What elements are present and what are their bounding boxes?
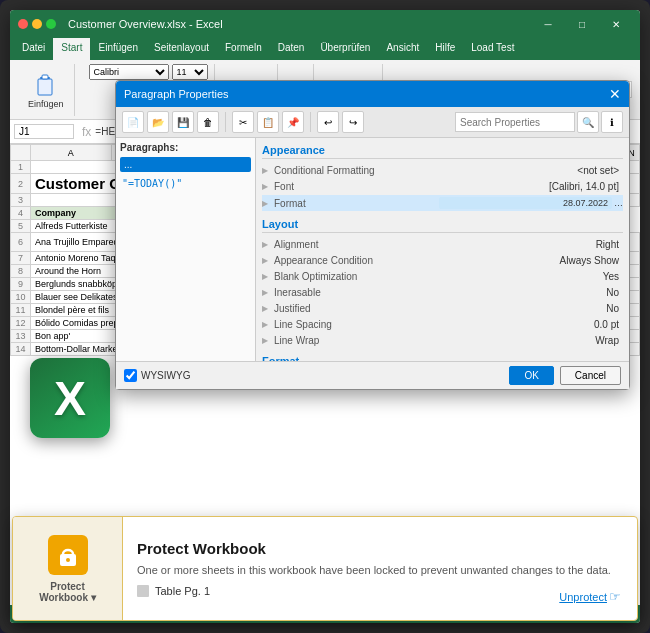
inerasable-label: Inerasable [270, 287, 447, 298]
footer-buttons: OK Cancel [509, 366, 621, 385]
row-1-num: 1 [11, 161, 31, 174]
props-line-wrap-row: ▶ Line Wrap Wrap [262, 333, 623, 349]
tab-ueberprufen[interactable]: Überprüfen [312, 38, 378, 60]
tab-start[interactable]: Start [53, 38, 90, 60]
titlebar-left: Customer Overview.xlsx - Excel [18, 18, 223, 30]
toolbar-new-btn[interactable]: 📄 [122, 111, 144, 133]
protect-content: Protect Workbook One or more sheets in t… [123, 517, 637, 620]
format-edit-btn[interactable]: … [614, 198, 623, 208]
tab-ansicht[interactable]: Ansicht [378, 38, 427, 60]
toolbar-copy-btn[interactable]: 📋 [257, 111, 279, 133]
protect-icon-label: ProtectWorkbook ▾ [39, 581, 95, 603]
toolbar-paste-btn[interactable]: 📌 [282, 111, 304, 133]
paragraph-dialog: Paragraph Properties ✕ 📄 📂 💾 🗑 ✂ 📋 📌 ↩ ↪… [115, 80, 630, 390]
dialog-footer: WYSIWYG OK Cancel [116, 361, 629, 389]
protect-table-ref: Table Pg. 1 [137, 585, 623, 597]
props-appearance-cond-row: ▶ Appearance Condition Always Show [262, 253, 623, 269]
conditional-label: Conditional Formatting [270, 165, 447, 176]
close-button[interactable]: ✕ [600, 13, 632, 35]
toolbar-undo-btn[interactable]: ↩ [317, 111, 339, 133]
svg-point-6 [66, 558, 70, 562]
dialog-title-left: Paragraph Properties [124, 88, 229, 100]
protect-title: Protect Workbook [137, 540, 623, 557]
col-a-header[interactable]: A [31, 145, 112, 161]
appearance-section-title: Appearance [262, 144, 623, 159]
props-font-row: ▶ Font [Calibri, 14.0 pt] [262, 179, 623, 195]
line-spacing-label: Line Spacing [270, 319, 447, 330]
excel-icon-badge: X [30, 358, 110, 438]
inerasable-value: No [447, 287, 624, 298]
ribbon-tabs: Datei Start Einfügen Seitenlayout Formel… [10, 38, 640, 60]
font-size-select[interactable]: 11 [172, 64, 208, 80]
tab-seitenlayout[interactable]: Seitenlayout [146, 38, 217, 60]
toolbar-redo-btn[interactable]: ↪ [342, 111, 364, 133]
close-dot[interactable] [18, 19, 28, 29]
window-title: Customer Overview.xlsx - Excel [68, 18, 223, 30]
minimize-button[interactable]: ─ [532, 13, 564, 35]
ok-button[interactable]: OK [509, 366, 553, 385]
cancel-button[interactable]: Cancel [560, 366, 621, 385]
props-alignment-row: ▶ Alignment Right [262, 237, 623, 253]
dialog-right-panel: Appearance ▶ Conditional Formatting <not… [256, 138, 629, 376]
blank-opt-label: Blank Optimization [270, 271, 447, 282]
maximize-dot[interactable] [46, 19, 56, 29]
dialog-close-button[interactable]: ✕ [609, 86, 621, 102]
toolbar-open-btn[interactable]: 📂 [147, 111, 169, 133]
props-justified-row: ▶ Justified No [262, 301, 623, 317]
table-icon [137, 585, 149, 597]
props-inerasable-row: ▶ Inerasable No [262, 285, 623, 301]
ribbon-group-clipboard: Einfügen [18, 64, 75, 116]
font-value: [Calibri, 14.0 pt] [447, 181, 624, 192]
wysiwyg-checkbox[interactable] [124, 369, 137, 382]
titlebar-controls: ─ □ ✕ [532, 13, 632, 35]
toolbar-cut-btn[interactable]: ✂ [232, 111, 254, 133]
search-props-input[interactable] [455, 112, 575, 132]
svg-rect-1 [38, 79, 52, 95]
font-label: Font [270, 181, 447, 192]
lock-svg [54, 541, 82, 569]
blank-opt-value: Yes [447, 271, 624, 282]
paste-button[interactable]: Einfügen [24, 69, 68, 111]
toolbar-delete-btn[interactable]: 🗑 [197, 111, 219, 133]
dialog-title: Paragraph Properties [124, 88, 229, 100]
paste-label: Einfügen [28, 99, 64, 109]
wysiwyg-area: WYSIWYG [124, 369, 190, 382]
layout-section-title: Layout [262, 218, 623, 233]
cursor-hand-icon: ☞ [609, 589, 621, 604]
formula-divider: fx [82, 125, 91, 139]
appearance-cond-label: Appearance Condition [270, 255, 447, 266]
tab-datei[interactable]: Datei [14, 38, 53, 60]
info-btn[interactable]: ℹ [601, 111, 623, 133]
dialog-titlebar: Paragraph Properties ✕ [116, 81, 629, 107]
protect-icon-area: ProtectWorkbook ▾ [13, 517, 123, 620]
search-btn[interactable]: 🔍 [577, 111, 599, 133]
excel-x-letter: X [54, 371, 86, 426]
table-ref-text: Table Pg. 1 [155, 585, 210, 597]
props-line-spacing-row: ▶ Line Spacing 0.0 pt [262, 317, 623, 333]
format-label: Format [270, 198, 439, 209]
justified-value: No [447, 303, 624, 314]
props-format-row[interactable]: ▶ Format 28.07.2022 … [262, 195, 623, 212]
line-spacing-value: 0.0 pt [447, 319, 624, 330]
minimize-dot[interactable] [32, 19, 42, 29]
formula-preview: "=TODAY()" [120, 176, 251, 191]
format-value: 28.07.2022 [439, 197, 612, 209]
unprotect-link[interactable]: Unprotect☞ [559, 589, 621, 604]
name-box[interactable] [14, 124, 74, 139]
excel-titlebar: Customer Overview.xlsx - Excel ─ □ ✕ [10, 10, 640, 38]
main-container: Customer Overview.xlsx - Excel ─ □ ✕ Dat… [0, 0, 650, 633]
font-family-select[interactable]: Calibri [89, 64, 169, 80]
toolbar-save-btn[interactable]: 💾 [172, 111, 194, 133]
row-triangle-3: ▶ [262, 199, 268, 208]
search-props: 🔍 ℹ [455, 111, 623, 133]
tab-loadtest[interactable]: Load Test [463, 38, 522, 60]
paragraph-item[interactable]: ... [120, 157, 251, 172]
tab-einfuegen[interactable]: Einfügen [90, 38, 145, 60]
tab-hilfe[interactable]: Hilfe [427, 38, 463, 60]
maximize-button[interactable]: □ [566, 13, 598, 35]
tab-formeln[interactable]: Formeln [217, 38, 270, 60]
tab-daten[interactable]: Daten [270, 38, 313, 60]
protect-bar: ProtectWorkbook ▾ Protect Workbook One o… [12, 516, 638, 621]
dialog-left-panel: Paragraphs: ... "=TODAY()" [116, 138, 256, 376]
protect-label-text: ProtectWorkbook ▾ [39, 581, 95, 603]
